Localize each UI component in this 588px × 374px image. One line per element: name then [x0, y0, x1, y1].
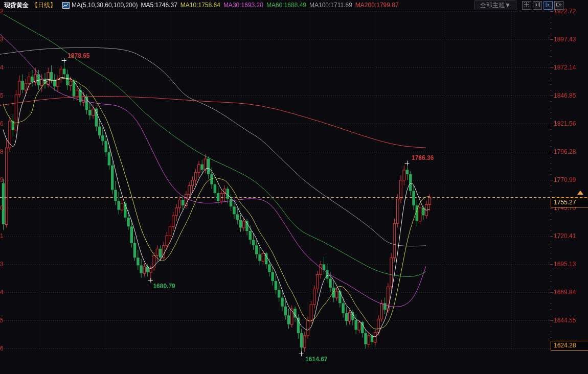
- ma200-value: MA200:1799.87: [355, 2, 399, 9]
- chart-window: 现货黄金 【日线】 MA(5,10,30,60,100,200) MA5:174…: [0, 0, 588, 374]
- left-axis-digit: 4: [0, 288, 5, 296]
- left-axis-digit: 3: [0, 260, 5, 268]
- ma-settings-label: MA(5,10,30,60,100,200): [72, 2, 138, 9]
- swing-low-annotation: 1614.67: [305, 356, 327, 363]
- period-label: 【日线】: [32, 1, 56, 10]
- ma100-value: MA100:1711.69: [309, 2, 352, 9]
- left-axis-digit: 4: [0, 63, 5, 72]
- y-axis-label: 1669.84: [554, 288, 586, 296]
- toolbar-right-group: 全部主题▼: [474, 1, 563, 10]
- left-axis-digit: 1: [0, 232, 5, 240]
- left-axis-digit: 0: [0, 204, 5, 212]
- scale-fit-icon: [534, 2, 540, 9]
- pan-right-icon: [556, 2, 562, 9]
- pan-mode-button[interactable]: [554, 1, 563, 10]
- crosshair-icon: [524, 2, 530, 9]
- left-axis-digit: 5: [0, 91, 5, 100]
- left-axis-digit: 6: [0, 344, 5, 353]
- y-axis-label: 1821.56: [554, 120, 586, 128]
- swing-high-annotation: 1878.65: [67, 52, 89, 59]
- ma60-value: MA60:1688.49: [266, 2, 306, 9]
- theme-selector-button[interactable]: 全部主题▼: [474, 1, 516, 10]
- ma10-value: MA10:1758.64: [180, 2, 220, 9]
- scale-fit-button[interactable]: [533, 1, 542, 10]
- left-axis-digit: 5: [0, 316, 5, 324]
- y-axis-label: 1720.41: [554, 232, 586, 240]
- ma5-value: MA5:1746.37: [141, 2, 177, 9]
- left-axis-digit: 9: [0, 176, 5, 184]
- y-axis-label: 1796.28: [554, 148, 586, 156]
- left-axis-digit: 6: [0, 120, 5, 128]
- swing-high-annotation: 1786.36: [412, 154, 434, 161]
- y-axis-label: 1897.43: [554, 35, 586, 43]
- toolbar: 现货黄金 【日线】 MA(5,10,30,60,100,200) MA5:174…: [0, 0, 588, 10]
- symbol-title: 现货黄金: [4, 1, 29, 10]
- axis-mode-icon: [545, 2, 551, 9]
- axis-mode-button[interactable]: [544, 1, 553, 10]
- crosshair-tool-button[interactable]: [522, 1, 531, 10]
- chart-type-icon[interactable]: [62, 2, 70, 9]
- current-price-tag: 1755.27: [551, 198, 588, 207]
- y-axis-label: 1770.99: [554, 176, 586, 184]
- y-axis-label: 1644.55: [554, 316, 586, 324]
- left-axis-digit: 8: [0, 148, 5, 156]
- swing-low-annotation: 1680.79: [153, 283, 175, 290]
- left-axis-digit: 3: [0, 35, 5, 43]
- y-axis-label: 1695.13: [554, 260, 586, 268]
- y-axis-label: 1846.85: [554, 91, 586, 100]
- range-low-tag: 1624.28: [551, 341, 588, 350]
- ma30-value: MA30:1693.20: [223, 2, 263, 9]
- price-up-arrow-icon: [577, 191, 583, 195]
- y-axis-label: 1872.14: [554, 63, 586, 72]
